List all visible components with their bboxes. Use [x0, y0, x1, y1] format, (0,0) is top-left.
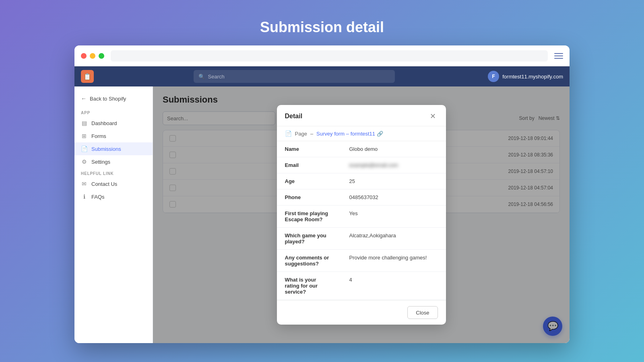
page-title: Submission detail	[260, 19, 384, 36]
app-logo: 📋	[81, 70, 94, 83]
sidebar-item-label: FAQs	[91, 194, 105, 200]
user-domain: formtest11.myshopify.com	[502, 74, 563, 80]
field-label: Email	[285, 162, 349, 168]
main-content: ← Back to Shopify APP ▤ Dashboard ⊞ Form…	[74, 86, 570, 343]
page-link-text: Survey form – formtest11	[316, 131, 375, 137]
field-value: example@email.com	[349, 162, 438, 168]
field-value: 0485637032	[349, 194, 438, 200]
field-value: Alcatraz,Aokigahara	[349, 232, 438, 239]
modal-close-button[interactable]: ✕	[428, 111, 438, 121]
modal-footer: Close	[277, 300, 446, 325]
sidebar-item-label: Settings	[91, 159, 110, 165]
field-value: Globo demo	[349, 146, 438, 152]
sidebar-item-label: Dashboard	[91, 120, 117, 126]
detail-modal: Detail ✕ 📄 Page – Survey form – formtest…	[277, 105, 446, 325]
top-nav: 📋 🔍 Search F formtest11.myshopify.com	[74, 66, 570, 86]
settings-icon: ⚙	[81, 158, 87, 165]
field-value: 4	[349, 277, 438, 283]
search-placeholder: Search	[208, 74, 225, 80]
sidebar: ← Back to Shopify APP ▤ Dashboard ⊞ Form…	[74, 86, 153, 343]
sidebar-item-forms[interactable]: ⊞ Forms	[74, 130, 153, 142]
field-label: First time playingEscape Room?	[285, 210, 349, 222]
logo-icon: 📋	[83, 73, 91, 80]
contact-icon: ✉	[81, 181, 87, 187]
browser-dots	[81, 53, 104, 59]
dashboard-icon: ▤	[81, 120, 87, 126]
field-value: 25	[349, 178, 438, 184]
modal-page-info: 📄 Page – Survey form – formtest11 🔗	[277, 126, 446, 141]
modal-overlay[interactable]: Detail ✕ 📄 Page – Survey form – formtest…	[153, 86, 570, 343]
detail-row-email: Email example@email.com	[277, 157, 446, 173]
field-label: Name	[285, 146, 349, 152]
detail-row-escape-room: First time playingEscape Room? Yes	[277, 206, 446, 228]
detail-row-phone: Phone 0485637032	[277, 189, 446, 206]
page-link[interactable]: Survey form – formtest11 🔗	[316, 131, 383, 137]
page-separator: –	[310, 131, 313, 137]
modal-title: Detail	[285, 113, 303, 120]
section-label-helpful: HELPFUL LINK	[74, 168, 153, 177]
browser-chrome	[74, 45, 570, 66]
sidebar-item-settings[interactable]: ⚙ Settings	[74, 155, 153, 168]
back-arrow-icon: ←	[81, 95, 87, 102]
back-to-shopify[interactable]: ← Back to Shopify	[74, 93, 153, 104]
field-value: Provide more challenging games!	[349, 255, 438, 261]
field-label: Which game youplayed?	[285, 232, 349, 245]
menu-line	[554, 53, 563, 54]
sidebar-item-label: Forms	[91, 133, 106, 139]
submissions-icon: 📄	[81, 146, 87, 152]
modal-header: Detail ✕	[277, 105, 446, 126]
detail-row-game: Which game youplayed? Alcatraz,Aokigahar…	[277, 228, 446, 250]
section-label-app: APP	[74, 107, 153, 117]
back-label: Back to Shopify	[90, 96, 126, 102]
page-label: Page	[295, 131, 307, 137]
field-value: Yes	[349, 210, 438, 216]
field-label: What is yourrating for ourservice?	[285, 277, 349, 295]
detail-row-name: Name Globo demo	[277, 141, 446, 157]
avatar: F	[488, 71, 499, 82]
sidebar-item-submissions[interactable]: 📄 Submissions	[74, 142, 153, 155]
faqs-icon: ℹ	[81, 193, 87, 200]
page-area: Submissions Status ▾ Form ▾ More filters	[153, 86, 570, 343]
user-info: F formtest11.myshopify.com	[488, 71, 563, 82]
field-label: Any comments orsuggestions?	[285, 255, 349, 267]
detail-row-age: Age 25	[277, 173, 446, 189]
sidebar-item-contact-us[interactable]: ✉ Contact Us	[74, 177, 153, 190]
sidebar-item-faqs[interactable]: ℹ FAQs	[74, 190, 153, 203]
field-label: Phone	[285, 194, 349, 200]
detail-row-comments: Any comments orsuggestions? Provide more…	[277, 250, 446, 272]
sidebar-item-label: Submissions	[91, 146, 121, 152]
external-link-icon: 🔗	[377, 131, 383, 137]
close-button[interactable]: Close	[407, 306, 438, 319]
menu-line	[554, 58, 563, 59]
search-bar[interactable]: 🔍 Search	[194, 70, 395, 83]
browser-window: 📋 🔍 Search F formtest11.myshopify.com ← …	[74, 45, 570, 343]
search-icon: 🔍	[198, 74, 205, 80]
dot-green[interactable]	[99, 53, 104, 59]
dot-yellow[interactable]	[90, 53, 95, 59]
sidebar-item-dashboard[interactable]: ▤ Dashboard	[74, 117, 153, 130]
browser-menu-icon[interactable]	[554, 53, 563, 59]
menu-line	[554, 56, 563, 56]
page-doc-icon: 📄	[285, 130, 292, 137]
browser-address-bar[interactable]	[111, 50, 548, 62]
sidebar-item-label: Contact Us	[91, 181, 117, 187]
dot-red[interactable]	[81, 53, 87, 59]
field-label: Age	[285, 178, 349, 184]
app-shell: 📋 🔍 Search F formtest11.myshopify.com ← …	[74, 66, 570, 343]
forms-icon: ⊞	[81, 133, 87, 139]
detail-row-rating: What is yourrating for ourservice? 4	[277, 272, 446, 300]
